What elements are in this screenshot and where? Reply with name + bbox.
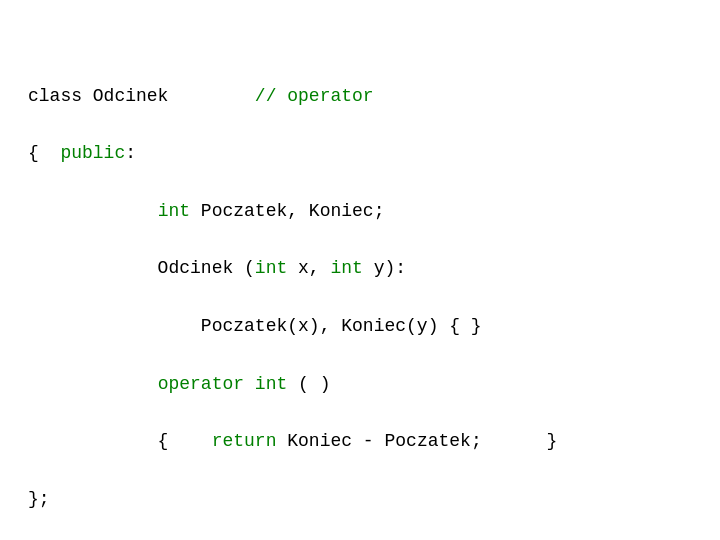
code-line xyxy=(28,398,692,427)
code-line xyxy=(28,456,692,485)
code-line: }; xyxy=(28,485,692,514)
code-line: class Odcinek // operator xyxy=(28,82,692,111)
code-token: { xyxy=(28,143,60,163)
code-token: int xyxy=(255,258,287,278)
code-token xyxy=(244,374,255,394)
code-token: Poczatek, Koniec; xyxy=(190,201,384,221)
code-line xyxy=(28,168,692,197)
code-token: public xyxy=(60,143,125,163)
code-token: int xyxy=(330,258,362,278)
code-token: Koniec - Poczatek; } xyxy=(276,431,557,451)
code-token: ( ) xyxy=(287,374,330,394)
code-token: { xyxy=(28,431,212,451)
code-token: Poczatek(x), Koniec(y) { } xyxy=(28,316,482,336)
code-token: : xyxy=(125,143,136,163)
code-line: operator int ( ) xyxy=(28,370,692,399)
code-line xyxy=(28,514,692,540)
code-line: Odcinek (int x, int y): xyxy=(28,254,692,283)
code-line: { public: xyxy=(28,139,692,168)
code-token: operator xyxy=(158,374,244,394)
code-line: Poczatek(x), Koniec(y) { } xyxy=(28,312,692,341)
code-token: }; xyxy=(28,489,50,509)
code-line xyxy=(28,341,692,370)
code-token: // operator xyxy=(168,86,373,106)
code-token: int xyxy=(255,374,287,394)
code-line: int Poczatek, Koniec; xyxy=(28,197,692,226)
code-display: class Odcinek // operator { public: int … xyxy=(28,24,692,540)
code-token: return xyxy=(212,431,277,451)
code-token: Odcinek ( xyxy=(28,258,255,278)
code-token xyxy=(28,201,158,221)
code-token: x, xyxy=(287,258,330,278)
code-token xyxy=(28,374,158,394)
code-token: class Odcinek xyxy=(28,86,168,106)
code-token: y): xyxy=(363,258,406,278)
code-line xyxy=(28,226,692,255)
code-line xyxy=(28,283,692,312)
code-line: { return Koniec - Poczatek; } xyxy=(28,427,692,456)
code-token: int xyxy=(158,201,190,221)
code-line xyxy=(28,110,692,139)
